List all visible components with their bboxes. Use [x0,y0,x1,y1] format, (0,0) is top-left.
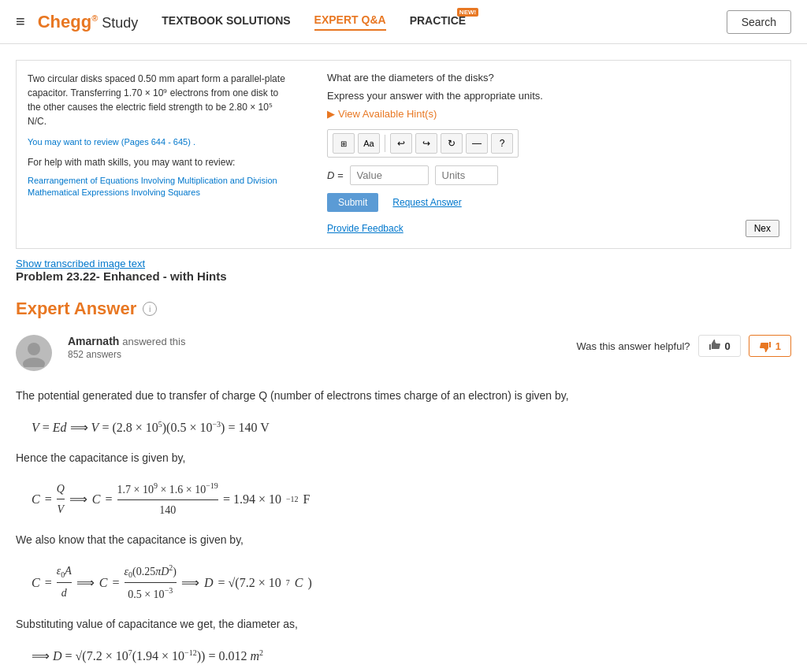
avatar-icon [20,339,48,367]
equation-3: C = ε0A d ⟹ C = ε0(0.25πD2) 0.5 × 10−3 ⟹… [32,561,791,604]
hint-toggle-label: View Available Hint(s) [338,108,437,120]
request-answer-link[interactable]: Request Answer [392,197,461,208]
thumbs-up-count: 0 [725,340,731,352]
equation-2: C = Q V ⟹ C = 1.7 × 109 × 1.6 × 10−19 14… [32,479,791,520]
thumbs-down-count: 1 [775,340,781,352]
info-icon[interactable]: i [143,302,157,316]
math-link-1[interactable]: Rearrangement of Equations Involving Mul… [28,176,289,185]
logo-study-text: Study [98,15,138,31]
hint-skills-text: For help with math skills, you may want … [28,155,289,169]
answer-info-col: Amarnath answered this 852 answers [68,335,577,360]
equation-1: V = Ed ⟹ V = (2.8 × 105)(0.5 × 10−3) = 1… [32,417,791,438]
answer-para-2: Hence the capacitance is given by, [16,449,791,468]
answer-para-3: We also know that the capacitance is giv… [16,531,791,550]
question-left-panel: Two circular disks spaced 0.50 mm apart … [17,61,300,248]
thumbs-down-button[interactable]: 1 [749,335,791,357]
question-right-panel: What are the diameters of the disks? Exp… [316,61,790,248]
question-prompt: What are the diameters of the disks? [327,72,779,84]
answerer-name: Amarnath [68,335,119,347]
toolbar-redo-btn[interactable]: ↪ [415,133,437,154]
helpful-text: Was this answer helpful? [577,340,690,352]
review-link[interactable]: You may want to review (Pages 644 - 645)… [28,137,195,147]
answer-para-1: The potential generated due to transfer … [16,387,791,406]
provide-feedback-link[interactable]: Provide Feedback [327,223,404,234]
nav-textbook-solutions[interactable]: TEXTBOOK SOLUTIONS [162,14,290,30]
toolbar-divider [385,135,385,152]
expert-answer-title: Expert Answer [16,299,136,319]
avatar [16,335,52,371]
question-area: Two circular disks spaced 0.50 mm apart … [16,60,791,249]
next-button[interactable]: Nex [746,220,779,237]
problem-title: Problem 23.22- Enhanced - with Hints [16,269,791,283]
units-input[interactable] [435,165,498,185]
answer-toolbar: ⊞ Aa ↩ ↪ ↻ — ? [327,129,519,158]
feedback-row: Provide Feedback Nex [327,220,779,237]
svg-point-0 [28,343,40,355]
answer-para-4: Substituting value of capacitance we get… [16,615,791,634]
answered-text: answered this [122,336,185,347]
main-content: Two circular disks spaced 0.50 mm apart … [0,60,807,672]
main-nav: TEXTBOOK SOLUTIONS EXPERT Q&A PRACTICE N… [162,13,726,31]
search-button[interactable]: Search [727,10,791,34]
svg-point-1 [23,358,45,367]
expert-answer-section: Expert Answer i Amarnath answered this [16,299,791,666]
toolbar-aa-btn[interactable]: Aa [358,133,380,154]
units-instruction: Express your answer with the appropriate… [327,90,779,102]
toolbar-grid-btn[interactable]: ⊞ [333,133,355,154]
question-text: Two circular disks spaced 0.50 mm apart … [28,72,289,128]
equation-4: ⟹ D = √(7.2 × 107(1.94 × 10−12)) = 0.012… [32,645,791,666]
toolbar-dash-btn[interactable]: — [466,133,488,154]
answer-text: The potential generated due to transfer … [16,387,791,666]
header: ≡ Chegg® Study TEXTBOOK SOLUTIONS EXPERT… [0,0,807,44]
nav-expert-qa[interactable]: EXPERT Q&A [314,13,386,31]
value-input[interactable] [350,165,429,185]
answerer-line: Amarnath answered this [68,335,577,347]
thumbs-up-icon [708,340,721,352]
chegg-logo[interactable]: Chegg® Study [38,12,139,32]
thumbs-up-button[interactable]: 0 [698,335,741,357]
toolbar-help-btn[interactable]: ? [491,133,513,154]
nav-practice[interactable]: PRACTICE NEW! [410,14,467,30]
answers-count: 852 answers [68,349,577,360]
answer-meta-row: Amarnath answered this 852 answers Was t… [68,335,791,360]
logo-chegg-text: Chegg [38,12,91,32]
answer-section: Amarnath answered this 852 answers Was t… [16,335,791,371]
hamburger-menu-icon[interactable]: ≡ [16,13,25,31]
answer-input-row: D = [327,165,779,185]
expert-answer-header: Expert Answer i [16,299,791,319]
submit-button[interactable]: Submit [327,193,378,212]
new-badge: NEW! [457,8,478,17]
question-card: Two circular disks spaced 0.50 mm apart … [16,60,791,283]
show-transcribed-link[interactable]: Show transcribed image text [16,258,145,269]
toolbar-undo-btn[interactable]: ↩ [390,133,412,154]
thumbs-down-icon [759,340,772,352]
answer-d-label: D = [327,169,344,181]
toolbar-refresh-btn[interactable]: ↻ [441,133,463,154]
helpful-row: Was this answer helpful? 0 1 [577,335,792,357]
math-link-2[interactable]: Mathematical Expressions Involving Squar… [28,187,289,197]
math-links: Rearrangement of Equations Involving Mul… [28,176,289,197]
hint-toggle[interactable]: ▶ View Available Hint(s) [327,108,779,120]
hint-toggle-arrow: ▶ [327,108,335,120]
